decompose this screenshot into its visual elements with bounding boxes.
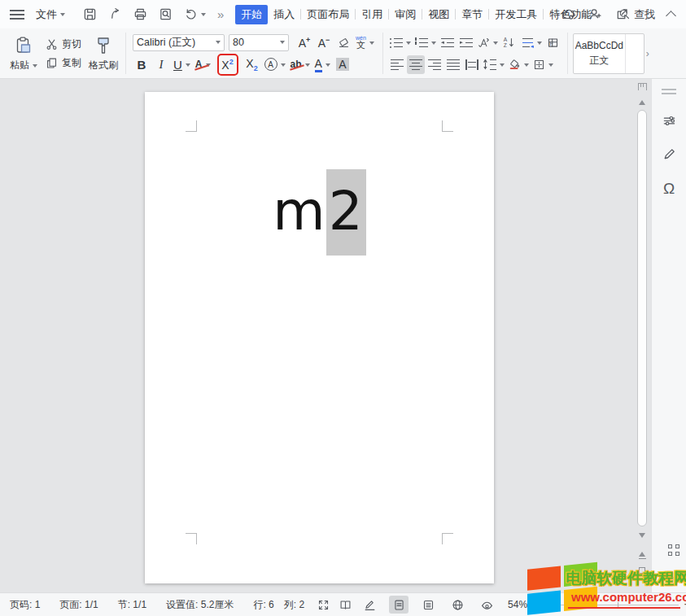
highlight-color-button[interactable]: ab — [289, 55, 312, 74]
globe-icon — [452, 599, 464, 611]
subscript-button[interactable]: X2 — [243, 55, 261, 74]
borders-button[interactable] — [531, 55, 555, 74]
selected-text[interactable]: 2 — [326, 169, 366, 256]
zoom-dropdown-icon[interactable] — [534, 604, 539, 609]
decrease-font-size-button[interactable]: A− — [315, 33, 333, 52]
underline-button[interactable]: U — [172, 55, 192, 74]
text-direction-icon — [478, 37, 490, 49]
text-tools-button[interactable]: F — [544, 33, 562, 52]
zoom-level-value[interactable]: 54% — [508, 599, 527, 610]
main-menu-icon[interactable] — [10, 10, 24, 20]
clear-format-button[interactable] — [334, 33, 352, 52]
tab-home[interactable]: 开始 — [235, 5, 268, 24]
superscript-button[interactable]: X2 — [219, 55, 237, 74]
tab-references[interactable]: 引用 — [356, 5, 388, 24]
tab-page-layout[interactable]: 页面布局 — [301, 5, 355, 24]
distribute-button[interactable] — [463, 55, 481, 74]
align-right-button[interactable] — [426, 55, 443, 74]
chevron-down-icon — [406, 42, 411, 47]
tab-developer-tools[interactable]: 开发工具 — [489, 5, 543, 24]
line-spacing-button[interactable] — [482, 55, 506, 74]
export-button[interactable] — [107, 6, 124, 23]
status-section[interactable]: 节: 1/1 — [118, 598, 146, 612]
cloud-sync-button[interactable] — [561, 7, 575, 21]
pinyin-guide-button[interactable]: wén文 — [354, 33, 376, 52]
paragraph-layout-button[interactable] — [519, 33, 544, 52]
copy-button[interactable]: 复制 — [46, 56, 81, 70]
panel-handle-icon[interactable] — [662, 89, 676, 94]
file-menu-button[interactable]: 文件 — [31, 4, 70, 25]
zoom-slider[interactable] — [557, 605, 679, 605]
text-run[interactable]: m — [273, 180, 326, 242]
font-size-combobox[interactable]: 80 — [229, 34, 289, 51]
share-button[interactable] — [615, 7, 629, 21]
select-browse-object-button[interactable] — [639, 567, 645, 574]
print-preview-button[interactable] — [157, 6, 174, 23]
properties-button[interactable] — [662, 114, 676, 128]
font-family-combobox[interactable]: Calibri (正文) — [133, 34, 225, 51]
status-column[interactable]: 列: 2 — [284, 598, 304, 612]
tab-section[interactable]: 章节 — [456, 5, 488, 24]
page-grid-icon[interactable] — [668, 544, 679, 556]
save-button[interactable] — [81, 6, 98, 23]
font-color-button[interactable]: A — [313, 55, 332, 74]
style-item-normal[interactable]: AaBbCcDd 正文 — [574, 34, 626, 73]
more-commands-button[interactable]: » — [217, 7, 224, 21]
scroll-up-button[interactable] — [639, 97, 645, 105]
chevron-down-icon — [431, 42, 436, 47]
cut-button[interactable]: 剪切 — [46, 37, 81, 51]
ink-mode-button[interactable] — [360, 596, 379, 614]
justify-button[interactable] — [444, 55, 462, 74]
decrease-indent-button[interactable] — [439, 33, 457, 52]
paste-icon — [14, 36, 33, 55]
paste-button[interactable]: 粘贴 — [5, 31, 42, 76]
eye-protection-button[interactable] — [477, 596, 496, 614]
print-button[interactable] — [132, 6, 149, 23]
shading-button[interactable] — [507, 55, 531, 74]
increase-font-size-button[interactable]: A+ — [295, 33, 313, 52]
outline-view-button[interactable] — [418, 596, 438, 614]
align-center-button[interactable] — [407, 55, 425, 74]
increase-indent-button[interactable] — [457, 33, 475, 52]
bold-button[interactable]: B — [133, 55, 151, 74]
text-effects-button[interactable]: A — [263, 55, 287, 74]
web-view-button[interactable] — [448, 596, 467, 614]
paste-dropdown-icon[interactable] — [33, 64, 37, 70]
italic-button[interactable]: I — [152, 55, 170, 74]
text-direction-button[interactable] — [476, 33, 500, 52]
undo-dropdown-icon[interactable] — [201, 13, 206, 19]
sort-button[interactable]: AZ — [500, 33, 518, 52]
document-text[interactable]: m2 — [145, 180, 494, 242]
undo-button[interactable] — [182, 6, 208, 23]
tab-insert[interactable]: 插入 — [268, 5, 300, 24]
format-painter-button[interactable]: 格式刷 — [85, 31, 122, 76]
status-line[interactable]: 行: 6 — [253, 598, 273, 612]
more-options-button[interactable]: ⋮ — [642, 7, 654, 21]
style-gallery-scroll-icon[interactable]: › — [646, 48, 649, 59]
tab-review[interactable]: 审阅 — [389, 5, 422, 24]
zoom-in-button[interactable]: + — [682, 597, 686, 612]
page-view-button[interactable] — [389, 596, 409, 614]
style-item-heading[interactable]: A 标 — [626, 34, 644, 73]
strikethrough-button[interactable]: A — [194, 55, 212, 74]
bullet-list-button[interactable] — [388, 33, 413, 52]
status-setting-value[interactable]: 设置值: 5.2厘米 — [166, 598, 234, 612]
char-shading-button[interactable]: A — [334, 55, 352, 74]
tab-view[interactable]: 视图 — [422, 5, 455, 24]
ink-annotate-button[interactable] — [662, 147, 676, 161]
invite-user-button[interactable] — [588, 7, 602, 21]
book-view-button[interactable] — [339, 599, 352, 611]
align-left-button[interactable] — [388, 55, 406, 74]
status-page-number[interactable]: 页码: 1 — [10, 598, 40, 612]
collapse-ribbon-icon[interactable] — [666, 11, 676, 21]
scroll-down-button[interactable] — [639, 533, 645, 541]
document-page[interactable]: m2 — [145, 92, 494, 583]
previous-page-button[interactable] — [639, 548, 646, 559]
zoom-out-button[interactable]: − — [542, 597, 553, 612]
fullscreen-button[interactable] — [317, 599, 330, 611]
numbered-list-button[interactable] — [413, 33, 438, 52]
ruler-toggle-icon[interactable] — [638, 83, 647, 90]
symbols-button[interactable]: Ω — [663, 181, 675, 197]
status-page-count[interactable]: 页面: 1/1 — [59, 598, 98, 612]
scrollbar-thumb[interactable] — [637, 110, 647, 526]
